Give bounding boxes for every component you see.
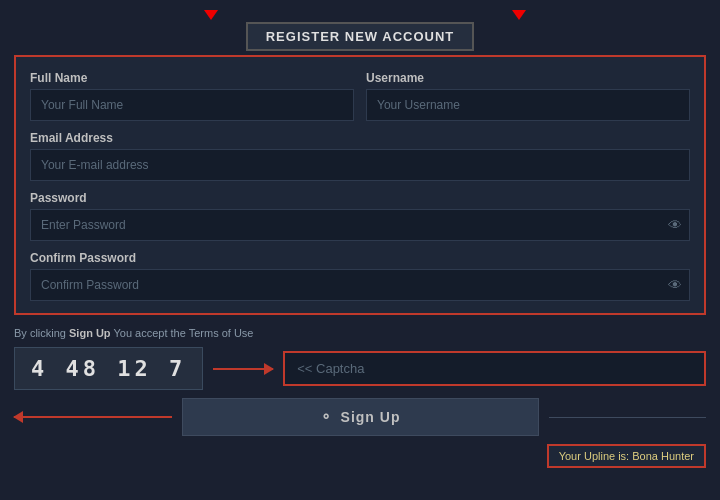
username-input[interactable] <box>366 89 690 121</box>
email-input[interactable] <box>30 149 690 181</box>
password-toggle-icon[interactable]: 👁︎ <box>668 217 682 233</box>
captcha-arrow-icon <box>213 368 273 370</box>
terms-text: By clicking Sign Up You accept the Terms… <box>14 327 253 339</box>
email-label: Email Address <box>30 131 690 145</box>
full-name-input[interactable] <box>30 89 354 121</box>
password-input[interactable] <box>30 209 690 241</box>
signup-label: Sign Up <box>341 409 401 425</box>
signup-right-line <box>549 417 707 418</box>
arrow-down-left-icon <box>204 10 218 20</box>
captcha-input[interactable] <box>283 351 706 386</box>
full-name-label: Full Name <box>30 71 354 85</box>
confirm-password-toggle-icon[interactable]: 👁︎ <box>668 277 682 293</box>
password-label: Password <box>30 191 690 205</box>
upline-badge: Your Upline is: Bona Hunter <box>547 444 706 468</box>
signup-button[interactable]: ⚬ Sign Up <box>182 398 539 436</box>
user-icon: ⚬ <box>320 409 333 425</box>
page-title: REGISTER NEW ACCOUNT <box>246 22 475 51</box>
confirm-password-label: Confirm Password <box>30 251 690 265</box>
signup-left-arrow-icon <box>14 416 172 418</box>
captcha-display: 4 48 12 7 <box>14 347 203 390</box>
confirm-password-input[interactable] <box>30 269 690 301</box>
username-label: Username <box>366 71 690 85</box>
registration-form-box: Full Name Username Email Address Passwor… <box>14 55 706 315</box>
arrow-down-right-icon <box>512 10 526 20</box>
